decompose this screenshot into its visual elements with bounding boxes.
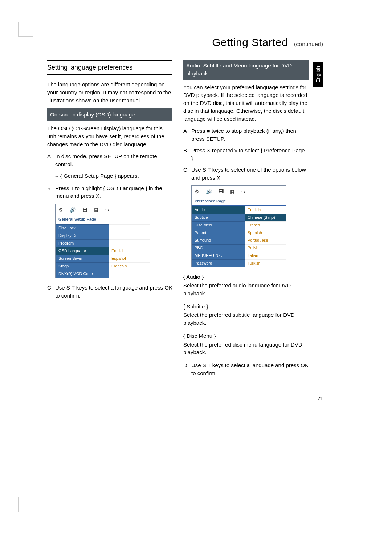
crop-mark <box>18 22 33 37</box>
menu-item-left: DivX(R) VOD Code <box>56 270 109 278</box>
osd-menu-screenshot: ⚙ 🔊 🎞 ▦ ↪ General Setup Page Disc LockDi… <box>55 204 150 278</box>
left-step-c: C Use S T keys to select a language and … <box>47 284 172 300</box>
menu-item-left: Disc Menu <box>192 221 245 229</box>
menu-item-left: Display Dim <box>56 232 109 239</box>
right-step-c: C Use S T keys to select one of the opti… <box>183 166 309 182</box>
menu-item-right <box>109 232 150 239</box>
menu-item-left: Disc Lock <box>56 224 109 232</box>
left-column: Setting language preferences The languag… <box>47 60 172 381</box>
menu-row: SubtitleChinese (Simp) <box>192 214 286 221</box>
grid-icon: ▦ <box>230 188 235 195</box>
right-step-a: A Press ■ twice to stop playback (if any… <box>183 127 309 143</box>
left-step-a-result: { General Setup Page } appears. <box>47 172 172 180</box>
dvd-subheading: Audio, Subtitle and Menu language for DV… <box>183 60 309 80</box>
menu-row: SleepFrançais <box>56 262 150 270</box>
preference-menu-screenshot: ⚙ 🔊 🎞 ▦ ↪ Preference Page AudioEnglishSu… <box>191 185 286 267</box>
video-icon: 🎞 <box>82 206 87 213</box>
menu-row: OSD LanguageEnglish <box>56 247 150 255</box>
step-letter: B <box>47 184 55 200</box>
step-body: Use S T keys to select a language and pr… <box>55 284 172 300</box>
menu-item-right <box>109 270 150 278</box>
osd-subheading: On-screen display (OSD) language <box>47 108 172 121</box>
left-step-a: A In disc mode, press SETUP on the remot… <box>47 152 172 168</box>
menu-item-left: Parental <box>192 229 245 237</box>
osd-desc: The OSD (On-Screen Display) language for… <box>47 124 172 148</box>
right-column: Audio, Subtitle and Menu language for DV… <box>183 60 309 381</box>
menu-row: Disc MenuFrench <box>192 221 286 229</box>
menu-row: MP3/JPEG NavItalian <box>192 252 286 259</box>
speaker-icon: 🔊 <box>70 206 76 213</box>
menu-item-right: Spanish <box>245 229 286 237</box>
right-step-d: D Use S T keys to select a language and … <box>183 361 309 377</box>
step-letter: C <box>47 284 55 300</box>
step-body: Press T to highlight { OSD Language } in… <box>55 184 172 200</box>
menu-row: SurroundPortuguese <box>192 237 286 244</box>
step-letter: B <box>183 147 191 163</box>
menu-item-left: Audio <box>192 206 245 214</box>
option-desc: Select the preferred disc menu language … <box>183 341 309 357</box>
menu-icons: ⚙ 🔊 🎞 ▦ ↪ <box>56 204 150 216</box>
menu-item-right: English <box>109 247 150 255</box>
left-intro: The language options are different depen… <box>47 81 172 104</box>
option-name: { Subtitle } <box>183 303 309 311</box>
option-desc: Select the preferred audio language for … <box>183 282 309 298</box>
menu-icons: ⚙ 🔊 🎞 ▦ ↪ <box>192 186 286 197</box>
page-header: Getting Started (continued) <box>47 36 323 52</box>
page-number: 21 <box>47 396 323 401</box>
step-letter: C <box>183 166 191 182</box>
menu-item-left: Surround <box>192 237 245 244</box>
menu-item-left: PBC <box>192 244 245 252</box>
dvd-desc: You can select your preferred language s… <box>183 83 309 123</box>
option-name: { Audio } <box>183 273 309 281</box>
menu-row: AudioEnglish <box>192 206 286 214</box>
menu-row: Screen SaverEspañol <box>56 255 150 262</box>
menu-item-right <box>109 239 150 247</box>
gear-icon: ⚙ <box>195 188 199 195</box>
menu-item-left: MP3/JPEG Nav <box>192 252 245 259</box>
menu-item-left: Subtitle <box>192 214 245 221</box>
header-main: Getting Started <box>212 36 288 48</box>
section-title: Setting language preferences <box>47 60 172 75</box>
menu-item-right: Turkish▼ <box>245 259 286 267</box>
menu-row: DivX(R) VOD Code <box>56 270 150 278</box>
arrow-icon: ↪ <box>241 188 246 195</box>
arrow-icon: ↪ <box>105 206 110 213</box>
step-body: Use S T keys to select a language and pr… <box>191 361 309 377</box>
step-body: Press ■ twice to stop playback (if any,)… <box>191 127 309 143</box>
step-letter: A <box>47 152 55 168</box>
menu-row: Display Dim <box>56 232 150 239</box>
step-body: Use S T keys to select one of the option… <box>191 166 309 182</box>
menu-item-right: English <box>245 206 286 214</box>
menu-title: Preference Page <box>192 197 286 205</box>
menu-item-right <box>109 224 150 232</box>
menu-item-left: OSD Language <box>56 247 109 255</box>
language-tab: English <box>313 62 323 87</box>
step-letter: A <box>183 127 191 143</box>
option-desc: Select the preferred subtitle language f… <box>183 311 309 327</box>
menu-row: Disc Lock <box>56 224 150 232</box>
menu-row: ParentalSpanish <box>192 229 286 237</box>
left-step-b: B Press T to highlight { OSD Language } … <box>47 184 172 200</box>
language-tab-label: English <box>315 66 321 83</box>
chevron-down-icon: ▼ <box>279 261 283 266</box>
menu-item-right: Español <box>109 255 150 262</box>
menu-item-left: Password <box>192 259 245 267</box>
crop-mark <box>18 497 33 512</box>
menu-item-left: Screen Saver <box>56 255 109 262</box>
step-body: Press X repeatedly to select { Preferenc… <box>191 147 309 163</box>
menu-item-left: Sleep <box>56 262 109 270</box>
menu-item-right: Français <box>109 262 150 270</box>
menu-item-right: Portuguese <box>245 237 286 244</box>
menu-item-left: Program <box>56 239 109 247</box>
menu-title: General Setup Page <box>56 216 150 224</box>
step-body: In disc mode, press SETUP on the remote … <box>55 152 172 168</box>
menu-row: PasswordTurkish▼ <box>192 259 286 267</box>
speaker-icon: 🔊 <box>206 188 212 195</box>
video-icon: 🎞 <box>219 188 224 195</box>
menu-item-right: Polish <box>245 244 286 252</box>
menu-row: Program <box>56 239 150 247</box>
step-letter: D <box>183 361 191 377</box>
right-step-b: B Press X repeatedly to select { Prefere… <box>183 147 309 163</box>
menu-row: PBCPolish <box>192 244 286 252</box>
option-name: { Disc Menu } <box>183 332 309 340</box>
